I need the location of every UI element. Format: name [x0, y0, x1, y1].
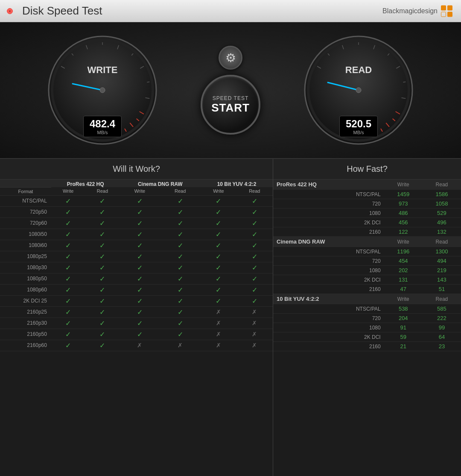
codec-name: Cinema DNG RAW — [273, 237, 384, 247]
table-row: NTSC/PAL11961300 — [273, 247, 461, 256]
format-name-cell: NTSC/PAL — [273, 247, 384, 256]
checkmark-icon: ✓ — [216, 231, 221, 238]
write-col-header: Write — [384, 237, 423, 247]
read-unit: MB/s — [345, 130, 372, 135]
check-cell: ✓ — [160, 317, 201, 329]
read-value-cell: 23 — [423, 342, 461, 351]
check-cell: ✓ — [236, 295, 273, 306]
check-cell: ✓ — [160, 240, 201, 251]
checkmark-icon: ✓ — [65, 342, 71, 349]
check-cell: ✓ — [120, 251, 160, 262]
center-controls: ⚙ SPEED TEST START — [201, 46, 260, 135]
checkmark-icon: ✓ — [137, 231, 143, 238]
cross-icon: ✗ — [252, 342, 257, 349]
table-row: 2160p60✓✓✗✗✗✗ — [0, 340, 273, 351]
table-row: 2K DCI456496 — [273, 218, 461, 227]
checkmark-icon: ✓ — [178, 253, 183, 260]
check-cell: ✓ — [160, 262, 201, 273]
checkmark-icon: ✓ — [99, 320, 105, 327]
checkmark-icon: ✓ — [99, 242, 105, 249]
table-row: 21602123 — [273, 342, 461, 351]
format-cell: 720p60 — [0, 217, 51, 229]
codec-header-row: Cinema DNG RAWWriteRead — [273, 237, 461, 247]
write-value-cell: 456 — [384, 218, 423, 227]
write-gauge-container: WRITE 482.4 MB/s — [47, 35, 158, 146]
format-cell: 720p50 — [0, 206, 51, 217]
fast-table-scroll[interactable]: ProRes 422 HQWriteReadNTSC/PAL1459158672… — [273, 179, 461, 476]
check-cell: ✓ — [236, 251, 273, 262]
start-button[interactable]: SPEED TEST START — [201, 75, 260, 135]
table-row: 1080i60✓✓✓✓✓✓ — [0, 240, 273, 251]
check-cell: ✓ — [51, 229, 85, 240]
dng-header: Cinema DNG RAW — [120, 179, 201, 187]
format-name-cell: 1080 — [273, 209, 384, 218]
format-cell: 2160p50 — [0, 329, 51, 340]
brand-icon — [441, 5, 452, 17]
check-cell: ✓ — [51, 284, 85, 295]
format-name-cell: 720 — [273, 256, 384, 266]
close-button[interactable] — [7, 8, 13, 14]
check-cell: ✗ — [160, 340, 201, 351]
checkmark-icon: ✓ — [178, 275, 183, 282]
check-cell: ✓ — [85, 295, 120, 306]
checkmark-icon: ✓ — [252, 264, 257, 271]
checkmark-icon: ✓ — [252, 242, 257, 249]
write-value-cell: 21 — [384, 342, 423, 351]
check-cell: ✓ — [51, 306, 85, 317]
checkmark-icon: ✓ — [65, 331, 71, 338]
read-value-cell: 1058 — [423, 199, 461, 209]
format-name-cell: NTSC/PAL — [273, 304, 384, 314]
write-value-cell: 204 — [384, 314, 423, 323]
check-cell: ✓ — [201, 195, 236, 206]
check-cell: ✓ — [201, 251, 236, 262]
check-cell: ✓ — [51, 273, 85, 284]
write-value-cell: 91 — [384, 323, 423, 332]
brand-dot-2 — [447, 5, 452, 10]
check-cell: ✗ — [236, 340, 273, 351]
title-bar: Disk Speed Test Blackmagicdesign — [0, 0, 461, 22]
right-panel: How Fast? ProRes 422 HQWriteReadNTSC/PAL… — [273, 159, 461, 476]
check-cell: ✓ — [120, 240, 160, 251]
codec-header-row: 10 Bit YUV 4:2:2WriteRead — [273, 294, 461, 304]
check-cell: ✓ — [201, 217, 236, 229]
checkmark-icon: ✓ — [252, 275, 257, 282]
check-cell: ✓ — [85, 273, 120, 284]
wr-header-row: Format Write Read Write Read Write Read — [0, 187, 273, 195]
check-cell: ✓ — [120, 217, 160, 229]
format-cell: 2K DCI 25 — [0, 295, 51, 306]
checkmark-icon: ✓ — [99, 297, 105, 305]
check-cell: ✓ — [51, 217, 85, 229]
format-cell: NTSC/PAL — [0, 195, 51, 206]
work-table-scroll[interactable]: ProRes 422 HQ Cinema DNG RAW 10 Bit YUV … — [0, 179, 273, 476]
read-value-cell: 64 — [423, 332, 461, 342]
checkmark-icon: ✓ — [65, 275, 71, 282]
dng-write-header: Write — [120, 187, 160, 195]
yuv-header: 10 Bit YUV 4:2:2 — [201, 179, 273, 187]
check-cell: ✓ — [85, 329, 120, 340]
write-value-cell: 1196 — [384, 247, 423, 256]
brand-dot-4 — [447, 12, 452, 17]
checkmark-icon: ✓ — [99, 264, 105, 271]
checkmark-icon: ✓ — [216, 220, 221, 227]
write-value-cell: 454 — [384, 256, 423, 266]
checkmark-icon: ✓ — [137, 309, 143, 316]
checkmark-icon: ✓ — [137, 275, 143, 282]
table-row: 1080p25✓✓✓✓✓✓ — [0, 251, 273, 262]
write-value-cell: 131 — [384, 275, 423, 285]
read-value: 520.5 — [345, 118, 372, 130]
checkmark-icon: ✓ — [99, 220, 105, 227]
checkmark-icon: ✓ — [137, 297, 143, 305]
table-row: 2160p30✓✓✓✓✗✗ — [0, 317, 273, 329]
format-name-cell: 2K DCI — [273, 332, 384, 342]
speed-test-label: SPEED TEST — [213, 95, 248, 101]
gear-button[interactable]: ⚙ — [219, 46, 242, 70]
check-cell: ✗ — [201, 317, 236, 329]
check-cell: ✓ — [236, 229, 273, 240]
check-cell: ✓ — [85, 317, 120, 329]
check-cell: ✓ — [236, 262, 273, 273]
format-subheader: Format — [0, 187, 51, 195]
brand-name: Blackmagicdesign — [382, 7, 438, 15]
check-cell: ✓ — [120, 206, 160, 217]
checkmark-icon: ✓ — [137, 209, 143, 216]
check-cell: ✓ — [85, 240, 120, 251]
